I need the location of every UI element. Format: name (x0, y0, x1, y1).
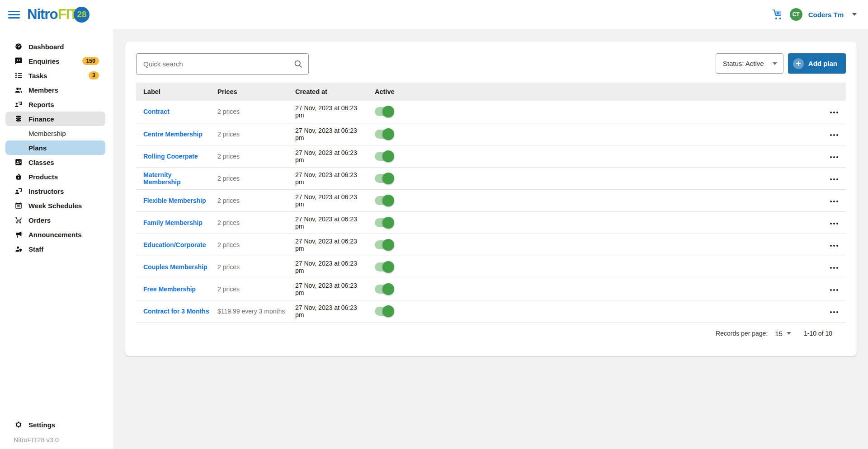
active-toggle[interactable] (375, 150, 394, 162)
status-filter-value: Status: Active (723, 60, 764, 67)
app-version: NitroFIT28 v3.0 (0, 432, 113, 444)
plan-created-at: 27 Nov, 2023 at 06:23 pm (295, 282, 357, 296)
active-toggle[interactable] (375, 217, 394, 229)
plan-prices: 2 prices (217, 175, 240, 182)
search-input[interactable] (136, 53, 309, 75)
column-header-label: Label (136, 83, 210, 101)
active-toggle[interactable] (375, 195, 394, 206)
plan-prices: 2 prices (217, 131, 240, 138)
sidebar-item-label: Products (28, 173, 58, 181)
sidebar-item-announcements[interactable]: Announcements (5, 227, 105, 242)
user-menu-chevron-down-icon[interactable] (852, 13, 857, 16)
plan-link[interactable]: Centre Membership (143, 131, 203, 138)
row-actions-menu-icon[interactable] (829, 262, 840, 272)
plan-prices: $119.99 every 3 months (217, 308, 285, 315)
active-toggle[interactable] (375, 106, 394, 117)
tasks-count-badge: 3 (89, 71, 99, 80)
row-actions-menu-icon[interactable] (829, 106, 840, 117)
row-actions-menu-icon[interactable] (829, 239, 840, 250)
sidebar-item-week-schedules[interactable]: Week Schedules (5, 198, 105, 213)
plan-link[interactable]: Contract for 3 Months (143, 308, 209, 315)
active-toggle[interactable] (375, 261, 394, 273)
quick-search (136, 53, 309, 75)
plan-link[interactable]: Rolling Cooerpate (143, 153, 198, 160)
sidebar-item-label: Membership (28, 130, 66, 137)
sidebar-item-label: Week Schedules (28, 202, 82, 210)
plan-prices: 2 prices (217, 263, 240, 271)
sidebar-item-membership[interactable]: Membership (5, 126, 105, 140)
sidebar-item-enquiries[interactable]: Enquiries 150 (5, 54, 105, 68)
row-actions-menu-icon[interactable] (829, 306, 840, 317)
table-row: Flexible Membership 2 prices 27 Nov, 202… (136, 189, 846, 211)
active-toggle[interactable] (375, 173, 394, 184)
table-row: Education/Corporate 2 prices 27 Nov, 202… (136, 234, 846, 256)
chevron-down-icon (787, 332, 791, 335)
menu-icon[interactable] (8, 9, 20, 20)
sidebar-item-label: Tasks (28, 72, 47, 80)
sidebar-item-plans[interactable]: Plans (5, 140, 105, 155)
row-actions-menu-icon[interactable] (829, 173, 840, 184)
sidebar-item-orders[interactable]: Orders (5, 213, 105, 227)
column-header-created-at: Created at (288, 83, 368, 101)
plan-created-at: 27 Nov, 2023 at 06:23 pm (295, 193, 357, 208)
chat-icon (14, 57, 23, 65)
sidebar-item-finance[interactable]: Finance (5, 112, 105, 126)
sidebar-item-dashboard[interactable]: Dashboard (5, 39, 105, 54)
table-row: Rolling Cooerpate 2 prices 27 Nov, 2023 … (136, 145, 846, 167)
row-actions-menu-icon[interactable] (829, 151, 840, 162)
plan-prices: 2 prices (217, 108, 240, 115)
table-header-row: Label Prices Created at Active (136, 83, 846, 101)
plan-link[interactable]: Contract (143, 108, 170, 115)
active-toggle[interactable] (375, 283, 394, 295)
sidebar-item-label: Staff (28, 245, 43, 253)
sidebar-item-label: Settings (28, 421, 55, 429)
sidebar-item-staff[interactable]: Staff (5, 242, 105, 256)
row-actions-menu-icon[interactable] (829, 195, 840, 206)
user-name[interactable]: Coders Tm (808, 11, 844, 19)
plan-created-at: 27 Nov, 2023 at 06:23 pm (295, 304, 357, 318)
plan-link[interactable]: Flexible Membership (143, 197, 206, 204)
gear-icon (14, 421, 23, 429)
table-row: Centre Membership 2 prices 27 Nov, 2023 … (136, 123, 846, 145)
row-actions-menu-icon[interactable] (829, 284, 840, 295)
sidebar: Dashboard Enquiries 150 Tasks 3 Members … (0, 29, 113, 449)
plan-created-at: 27 Nov, 2023 at 06:23 pm (295, 127, 357, 141)
calendar-icon (14, 201, 23, 210)
row-actions-menu-icon[interactable] (829, 129, 840, 140)
sidebar-item-reports[interactable]: Reports (5, 97, 105, 112)
sidebar-item-label: Members (28, 86, 58, 94)
sidebar-item-classes[interactable]: Classes (5, 155, 105, 169)
sidebar-item-settings[interactable]: Settings (5, 417, 105, 432)
active-toggle[interactable] (375, 305, 394, 317)
row-actions-menu-icon[interactable] (829, 217, 840, 228)
records-per-page-label: Records per page: (716, 330, 768, 337)
finance-coins-icon (14, 115, 23, 123)
sidebar-item-products[interactable]: Products (5, 169, 105, 184)
plan-prices: 2 prices (217, 197, 240, 204)
sidebar-item-instructors[interactable]: Instructors (5, 184, 105, 198)
pagination: Records per page: 15 1-10 of 10 (136, 323, 846, 337)
active-toggle[interactable] (375, 128, 394, 140)
plan-link[interactable]: Education/Corporate (143, 241, 206, 248)
plan-prices: 2 prices (217, 241, 240, 248)
plan-link[interactable]: Maternity Membership (143, 171, 180, 186)
plans-table: Label Prices Created at Active Contract … (136, 83, 846, 323)
add-plan-button[interactable]: Add plan (788, 53, 846, 74)
status-filter-select[interactable]: Status: Active (716, 53, 783, 74)
cart-download-icon[interactable] (772, 9, 784, 21)
plan-created-at: 27 Nov, 2023 at 06:23 pm (295, 171, 357, 186)
user-avatar[interactable]: CT (790, 8, 802, 21)
records-per-page-select[interactable]: 15 (775, 330, 791, 337)
plan-link[interactable]: Family Membership (143, 219, 203, 226)
active-toggle[interactable] (375, 239, 394, 251)
sidebar-item-label: Orders (28, 216, 51, 224)
plan-link[interactable]: Free Membership (143, 285, 196, 293)
plan-prices: 2 prices (217, 153, 240, 160)
sidebar-item-tasks[interactable]: Tasks 3 (5, 68, 105, 83)
plan-created-at: 27 Nov, 2023 at 06:23 pm (295, 104, 357, 119)
table-row: Family Membership 2 prices 27 Nov, 2023 … (136, 211, 846, 234)
sidebar-item-label: Classes (28, 159, 54, 166)
records-per-page-value: 15 (775, 330, 783, 337)
sidebar-item-members[interactable]: Members (5, 83, 105, 97)
plan-link[interactable]: Couples Membership (143, 263, 208, 271)
